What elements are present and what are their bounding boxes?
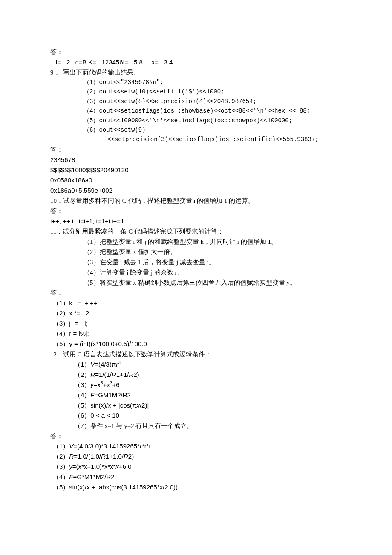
- var-f: F: [90, 391, 94, 399]
- q11-answer-1: （1）k = j+i++;: [50, 298, 342, 308]
- var-r: R: [69, 453, 74, 460]
- answer-label: 答：: [50, 47, 342, 57]
- q12-sub-7: （7）条件 x=1 与 y=2 有且只有一个成立。: [50, 421, 342, 431]
- q12-answer-3: （3）y=(x*x+1.0)*x*x*x+6.0: [50, 462, 342, 472]
- var-y: y: [90, 381, 94, 388]
- var-x: x: [86, 483, 90, 491]
- q9-code-6a: （6）cout<<setw(9): [50, 125, 342, 135]
- text: （4）: [53, 473, 69, 480]
- var-f: F: [69, 473, 73, 480]
- text: （2）: [74, 371, 90, 378]
- q9-code-6b: <<setprecision(3)<<setiosflags(ios::scie…: [50, 135, 342, 144]
- var-r: R: [129, 371, 133, 378]
- q11-sub-2: （2）把整型变量 x 值扩大一倍。: [50, 247, 342, 257]
- q11-answer-3: （3）j -= --I;: [50, 318, 342, 329]
- text: + |cos(π: [111, 402, 137, 409]
- text: =(: [72, 463, 78, 470]
- var-x: x: [136, 402, 140, 409]
- q9-answer-2: $$$$$$1000$$$$20490130: [50, 165, 342, 175]
- q11-answer-label: 答：: [50, 288, 342, 298]
- q10-answer: i++, ++ i , i=i+1, i=1+i,i+=1: [50, 216, 342, 226]
- q9-answer-label: 答：: [50, 145, 342, 155]
- q11-answer-2: （2）x *= 2: [50, 308, 342, 318]
- q11-answer-5: （5）y = (int)(x*100.0+0.5)/100.0: [50, 339, 342, 349]
- var-x: x: [78, 463, 82, 470]
- var-r: R: [90, 371, 95, 378]
- q9-code-2: （2）cout<<setw(10)<<setfill('$')<<1000;: [50, 87, 342, 96]
- text: =(4/3)π: [95, 361, 116, 368]
- q12-sub-1: （1）V=(4/3)πr3: [50, 359, 342, 370]
- text: 2): [133, 371, 139, 378]
- text: =1/(1/: [95, 371, 112, 378]
- var-v: V: [69, 442, 73, 450]
- q9-title: 9． 写出下面代码的输出结果。: [50, 67, 342, 78]
- q12-title: 12．试用 C 语言表达式描述以下数学计算式或逻辑条件：: [50, 349, 342, 359]
- text: *x+1.0)*x*x*: [81, 463, 115, 470]
- text: （2）: [53, 453, 69, 460]
- var-x: x: [160, 483, 163, 491]
- q11-sub-5: （5）将实型变量 x 精确到小数点后第三位四舍五入后的值赋给实型变量 y。: [50, 278, 342, 288]
- var-x: x: [98, 381, 101, 388]
- text: （3）: [53, 463, 69, 470]
- exponent: 3: [118, 360, 121, 365]
- text: 1+1/: [116, 371, 129, 378]
- answer-8-output: I= 2 c=B K= 123456f= 5.8 x= 3.4: [50, 57, 342, 67]
- text: + fabs(cos(3.14159265*: [90, 483, 160, 491]
- text: （5）sin(: [74, 402, 101, 409]
- text: =(4.0/3.0)*3.14159265*: [73, 442, 140, 450]
- q11-sub-1: （1）把整型变量 i 和 j 的和赋给整型变量 k，并同时让 i 的值增加 1。: [50, 237, 342, 247]
- q12-answer-2: （2）R=1.0/(1.0/R1+1.0/R2): [50, 451, 342, 462]
- q12-answer-1: （1）V=(4.0/3.0)*3.14159265*r*r*r: [50, 441, 342, 451]
- text: =1.0/(1.0/: [74, 453, 101, 460]
- q9-code-3: （3）cout<<setw(8)<<setprecision(4)<<2048.…: [50, 97, 342, 106]
- text: =: [94, 381, 98, 388]
- q9-code-1: （1）cout<<"2345678\n";: [50, 78, 342, 87]
- q11-answer-4: （4）r = i%j;: [50, 329, 342, 339]
- q9-answer-4: 0x186a0+5.559e+002: [50, 185, 342, 196]
- q12-answer-5: （5）sin(x)/x + fabs(cos(3.14159265*x/2.0)…: [50, 482, 342, 492]
- text: （5）sin(: [53, 483, 80, 491]
- var-r: R: [101, 453, 106, 460]
- text: =G*M1*M2/R2: [73, 473, 115, 480]
- text: 2): [128, 453, 134, 460]
- text: /2.0)): [163, 483, 178, 491]
- q11-sub-4: （4）计算变量 i 除变量 j 的余数 r。: [50, 267, 342, 278]
- q12-answer-4: （4）F=G*M1*M2/R2: [50, 472, 342, 482]
- text: 1+1.0/: [106, 453, 124, 460]
- var-x: x: [116, 463, 119, 470]
- text: （1）: [53, 442, 69, 450]
- var-v: V: [90, 361, 95, 368]
- text: （1）: [74, 361, 90, 368]
- var-r: R: [124, 453, 128, 460]
- q12-sub-5: （5）sin(x)/x + |cos(πx/2)|: [50, 400, 342, 410]
- q9-answer-1: 2345678: [50, 155, 342, 165]
- var-r: R: [112, 371, 116, 378]
- q9-code-4: （4）cout<<setiosflags(ios::showbase)<<oct…: [50, 106, 342, 116]
- text: +6: [112, 381, 120, 388]
- text: )/: [83, 483, 86, 491]
- q12-sub-3: （3）y=x5+x3+6: [50, 380, 342, 390]
- text: =GM1M2/R2: [95, 391, 131, 399]
- var-x: x: [108, 402, 111, 409]
- var-x: x: [80, 483, 83, 491]
- text: *r*r: [142, 442, 151, 450]
- text: （3）: [74, 381, 90, 388]
- q10-title: 10．试尽量用多种不同的 C 代码，描述把整型变量 i 的值增加 1 的运算。: [50, 196, 342, 206]
- q9-answer-3: 0x0580x186a0: [50, 175, 342, 185]
- var-y: y: [69, 463, 72, 470]
- q11-sub-3: （3）在变量 i 减去 1 后，将变量 j 减去变量 i。: [50, 257, 342, 267]
- q12-sub-4: （4）F=GM1M2/R2: [50, 390, 342, 400]
- q12-answer-label: 答：: [50, 431, 342, 441]
- q11-title: 11．试分别用最紧凑的一条 C 代码描述完成下列要求的计算：: [50, 226, 342, 237]
- text: +6.0: [119, 463, 132, 470]
- text: （4）: [74, 391, 90, 399]
- q12-sub-2: （2）R=1/(1/R1+1/R2): [50, 370, 342, 380]
- text: )/: [104, 402, 108, 409]
- text: /2)|: [140, 402, 149, 409]
- q12-sub-6: （6）0 < a < 10: [50, 410, 342, 421]
- q10-answer-label: 答：: [50, 206, 342, 216]
- var-x: x: [107, 381, 110, 388]
- q9-code-5: （5）cout<<100000<<'\n'<<setiosflags(ios::…: [50, 116, 342, 125]
- var-x: x: [101, 402, 104, 409]
